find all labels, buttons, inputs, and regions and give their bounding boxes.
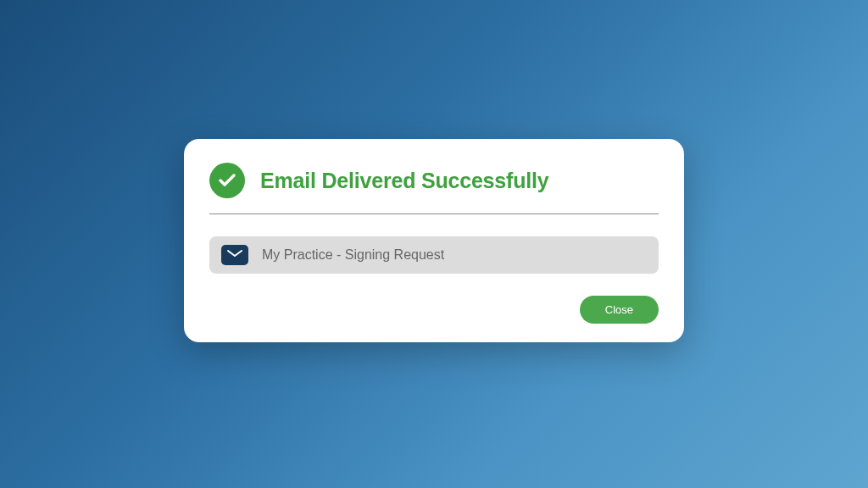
email-subject: My Practice - Signing Request [262, 247, 444, 263]
modal-title: Email Delivered Successfully [260, 169, 548, 193]
modal-footer: Close [209, 296, 659, 324]
success-checkmark-icon [209, 163, 245, 198]
success-modal: Email Delivered Successfully My Practice… [184, 139, 684, 342]
email-item[interactable]: My Practice - Signing Request [209, 236, 659, 274]
envelope-icon [221, 245, 248, 265]
close-button[interactable]: Close [580, 296, 659, 324]
modal-header: Email Delivered Successfully [209, 163, 659, 214]
